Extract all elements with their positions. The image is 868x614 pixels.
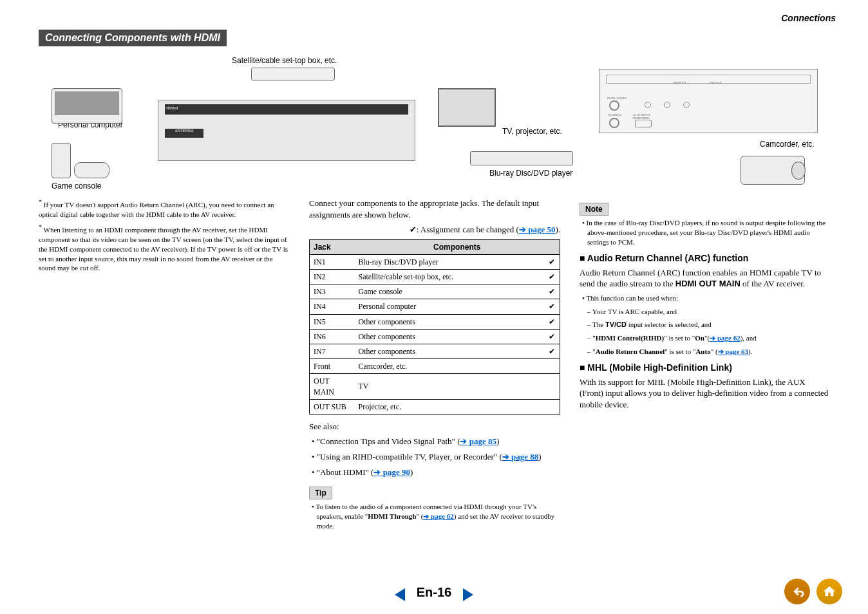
table-row: FrontCamcorder, etc. <box>310 359 560 374</box>
link-page-88[interactable]: page 88 <box>502 452 539 461</box>
footer: En-16 <box>0 585 868 601</box>
link-page-63[interactable]: page 63 <box>718 348 749 355</box>
table-row: IN3Game console✔ <box>310 284 560 299</box>
tip-bold: HDMI Through <box>368 512 416 520</box>
arc-p1c: of the AV receiver. <box>741 279 805 288</box>
arc-p1b: HDMI OUT MAIN <box>675 279 741 288</box>
table-row: IN1Blu-ray Disc/DVD player✔ <box>310 254 560 269</box>
tip-label: Tip <box>309 487 332 499</box>
mhl-heading: MHL (Mobile High-Definition Link) <box>580 362 831 374</box>
section-title: Connecting Components with HDMI <box>39 30 227 46</box>
link-page-62-tip[interactable]: page 62 <box>423 512 454 520</box>
satellite-label: Satellite/cable set-top box, etc. <box>232 56 337 65</box>
next-page-arrow[interactable] <box>463 588 473 601</box>
back-icon[interactable] <box>784 579 810 604</box>
table-row: OUT SUBProjector, etc. <box>310 399 560 414</box>
connection-diagram: Satellite/cable set-top box, etc. HDMI A… <box>39 56 836 191</box>
table-row: IN6Other components✔ <box>310 329 560 344</box>
controller <box>74 162 109 178</box>
console-tower <box>52 143 71 178</box>
footnote-2: When listening to an HDMI component thro… <box>39 226 288 272</box>
table-row: IN5Other components✔ <box>310 314 560 329</box>
see-also-label: See also: <box>309 421 560 433</box>
link-page-85[interactable]: page 85 <box>460 436 496 446</box>
table-row: IN4Personal computer✔ <box>310 299 560 314</box>
link-page-90[interactable]: page 90 <box>373 467 410 477</box>
page-number: En-16 <box>417 585 451 599</box>
note-label: Note <box>580 203 609 216</box>
camcorder-device <box>741 156 805 185</box>
th-jack: Jack <box>310 239 355 254</box>
th-components: Components <box>355 239 560 254</box>
sa3-text: • "About HDMI" ( <box>312 467 373 477</box>
note-text: • In the case of Blu-ray Disc/DVD player… <box>582 218 831 247</box>
game-label: Game console <box>52 181 101 191</box>
center-intro: Connect your components to the appropria… <box>309 198 560 220</box>
satellite-device <box>251 68 335 80</box>
prev-page-arrow[interactable] <box>395 588 405 601</box>
sa2-text: • "Using an RIHD-compatible TV, Player, … <box>312 452 502 461</box>
receiver-front-panel: PURE AUDIO PHONES AUX INPUTHDMI/MHL BD/D… <box>599 69 818 133</box>
mhl-text: With its support for MHL (Mobile High-De… <box>580 377 831 411</box>
bluray-device <box>470 151 573 165</box>
arc-d1: – Your TV is ARC capable, and <box>587 307 831 317</box>
camcorder-label: Camcorder, etc. <box>760 140 815 149</box>
home-icon[interactable] <box>816 579 842 604</box>
sa1-text: • "Connection Tips and Video Signal Path… <box>312 436 460 446</box>
pc-device <box>52 88 122 124</box>
arc-heading: Audio Return Channel (ARC) function <box>580 252 831 265</box>
receiver-back-panel: HDMI ANTENNA <box>158 100 415 161</box>
bluray-label: Blu-ray Disc/DVD player <box>489 169 572 178</box>
link-page-50[interactable]: page 50 <box>519 225 556 234</box>
tv-label: TV, projector, etc. <box>502 127 562 136</box>
legend-pre: ✔: Assignment can be changed ( <box>410 225 519 234</box>
table-row: IN7Other components✔ <box>310 344 560 358</box>
tv-device <box>438 88 496 127</box>
footnote-1: If your TV doesn't support Audio Return … <box>39 201 274 218</box>
breadcrumb: Connections <box>39 13 836 23</box>
link-page-62[interactable]: page 62 <box>710 334 741 342</box>
table-row: IN2Satellite/cable set-top box, etc.✔ <box>310 270 560 284</box>
legend-post: ). <box>555 225 560 234</box>
arc-bullet: • This function can be used when: <box>582 293 831 303</box>
jack-assignment-table: Jack Components IN1Blu-ray Disc/DVD play… <box>309 239 560 414</box>
table-row: OUT MAINTV <box>310 374 560 399</box>
